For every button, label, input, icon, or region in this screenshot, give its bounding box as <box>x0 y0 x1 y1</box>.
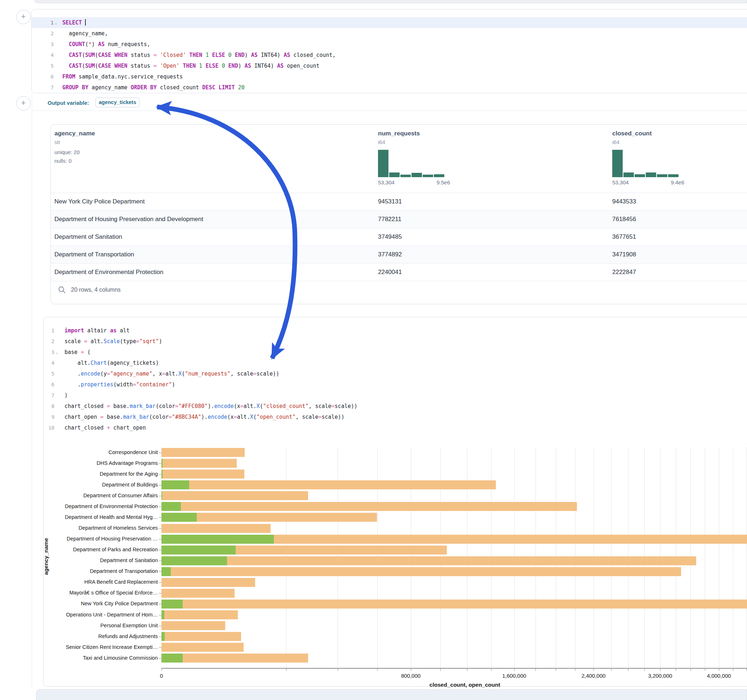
x-axis-tick <box>644 669 645 671</box>
column-name: num_requests <box>378 130 420 137</box>
bar-closed <box>162 502 577 511</box>
code-line[interactable]: 5 CAST(SUM(CASE WHEN status = 'Open' THE… <box>32 60 747 71</box>
x-axis-title: closed_count, open_count <box>357 682 573 688</box>
histogram-bar <box>623 172 634 177</box>
code-line[interactable]: 3 COUNT(*) AS num_requests, <box>32 39 747 50</box>
y-axis-title: agency_name <box>43 503 50 611</box>
code-line[interactable]: 9chart_open = base.mark_bar(color="#8BC3… <box>44 412 747 422</box>
code-line[interactable]: 10chart_closed + chart_open <box>44 422 747 433</box>
y-axis-tick <box>159 561 162 561</box>
x-axis-tick <box>377 669 378 671</box>
fold-chevron-icon[interactable]: ⌄ <box>55 18 57 29</box>
code-line[interactable]: 5 .encode(y="agency_name", x=alt.X("num_… <box>44 368 747 379</box>
y-axis-label: New York City Police Department <box>50 600 158 606</box>
code-line[interactable]: 7GROUP BY agency_name ORDER BY closed_co… <box>32 82 747 93</box>
code-text: import altair as alt <box>65 325 130 336</box>
table-cell: Department of Sanitation <box>54 228 122 246</box>
code-line[interactable]: 2scale = alt.Scale(type="sqrt") <box>44 336 747 347</box>
code-line[interactable]: 1import altair as alt <box>44 325 747 336</box>
histogram-bar <box>411 173 422 177</box>
sql-code-editor[interactable]: 1⌄SELECT2 agency_name,3 COUNT(*) AS num_… <box>32 9 747 93</box>
line-number: 7 <box>44 390 54 401</box>
output-variable-pill[interactable]: agency_tickets <box>95 98 139 107</box>
bar-open <box>162 599 183 608</box>
previous-cell-edge <box>34 0 747 3</box>
column-histogram <box>612 150 679 177</box>
output-variable-label: Output variable: <box>48 100 89 106</box>
bar-open <box>162 502 181 511</box>
histogram-bar <box>389 172 400 177</box>
line-number: 7 <box>32 82 54 93</box>
add-cell-button-output[interactable]: + <box>16 96 31 110</box>
code-line[interactable]: 3⌄base = ( <box>44 347 747 358</box>
x-axis-tick <box>733 669 733 671</box>
dataframe-preview-card: agency_name str unique: 20 nulls: 0 num_… <box>50 124 747 304</box>
table-row: Department of Housing Preservation and D… <box>51 210 747 228</box>
code-line[interactable]: 8chart_closed = base.mark_bar(color="#FF… <box>44 401 747 412</box>
code-line[interactable]: 4 alt.Chart(agency_tickets) <box>44 358 747 368</box>
fold-chevron-icon[interactable]: ⌄ <box>56 347 58 358</box>
bar-closed <box>162 469 244 478</box>
y-axis-tick <box>159 496 162 496</box>
search-icon[interactable] <box>58 286 66 294</box>
y-axis-tick <box>159 528 162 529</box>
column-type: i64 <box>612 139 620 145</box>
line-number: 2 <box>44 336 54 347</box>
bar-closed <box>162 459 237 468</box>
add-cell-button-top[interactable]: + <box>16 10 31 24</box>
code-line[interactable]: 7) <box>44 390 747 401</box>
table-cell: 3774892 <box>378 246 402 263</box>
python-code-editor[interactable]: 1import altair as alt2scale = alt.Scale(… <box>44 317 747 436</box>
y-axis-tick <box>159 604 162 604</box>
y-axis-label: Department of Sanitation <box>50 557 158 563</box>
bar-closed <box>162 491 308 500</box>
x-axis-tick <box>535 669 536 671</box>
y-axis-tick <box>159 615 162 616</box>
column-stat-nulls: nulls: 0 <box>54 158 72 164</box>
table-cell: 2240041 <box>378 264 402 281</box>
x-axis-tick-label: 800,000 <box>386 673 436 679</box>
bar-closed <box>162 524 271 533</box>
bar-open <box>162 491 162 500</box>
sql-cell[interactable]: 1⌄SELECT2 agency_name,3 COUNT(*) AS num_… <box>31 9 747 93</box>
table-cell: Department of Housing Preservation and D… <box>54 211 203 228</box>
y-axis-label: Refunds and Adjustments <box>50 634 158 639</box>
table-row: Department of Transportation377489234719… <box>51 246 747 263</box>
x-axis-tick-label: 4,000,000 <box>694 673 744 679</box>
y-axis-label: Personal Exemption Unit <box>50 623 158 628</box>
code-text: ) <box>65 390 68 401</box>
code-line[interactable]: 6FROM sample_data.nyc.service_requests <box>32 71 747 82</box>
column-name: closed_count <box>612 130 652 137</box>
bar-closed <box>162 599 747 608</box>
x-axis-tick <box>575 669 576 671</box>
y-axis-tick <box>159 582 162 582</box>
bar-open <box>162 610 164 619</box>
code-line[interactable]: 4 CAST(SUM(CASE WHEN status = 'Closed' T… <box>32 50 747 60</box>
code-line[interactable]: 6 .properties(width="container") <box>44 379 747 390</box>
x-axis-tick <box>440 669 441 671</box>
row-count-label: 20 rows, 4 columns <box>71 281 121 299</box>
bar-closed <box>162 480 496 489</box>
grid-line <box>746 447 747 668</box>
histogram-bar <box>434 174 444 177</box>
histogram-min-label: 53,304 <box>378 180 395 186</box>
code-line[interactable]: 1⌄SELECT <box>32 17 747 28</box>
table-cell: Department of Environmental Protection <box>54 264 163 281</box>
x-axis-tick <box>690 669 691 671</box>
bar-open <box>162 459 163 468</box>
x-axis-tick <box>660 669 661 671</box>
line-number: 4 <box>32 50 54 60</box>
y-axis-label: Department of Consumer Affairs <box>50 493 158 498</box>
code-text: agency_name, <box>62 28 108 39</box>
table-cell: 3471908 <box>612 246 636 263</box>
x-axis-tick <box>705 669 705 671</box>
bar-open <box>162 556 227 565</box>
line-number: 1 <box>32 17 54 28</box>
grid-line <box>719 447 719 668</box>
code-line[interactable]: 2 agency_name, <box>32 28 747 39</box>
grid-line <box>705 447 705 668</box>
table-cell: 7782211 <box>378 211 401 228</box>
y-axis-label: Mayorâ€ s Office of Special Enforce… <box>50 590 158 596</box>
y-axis-tick <box>159 572 162 572</box>
next-cell-edge <box>36 689 747 700</box>
